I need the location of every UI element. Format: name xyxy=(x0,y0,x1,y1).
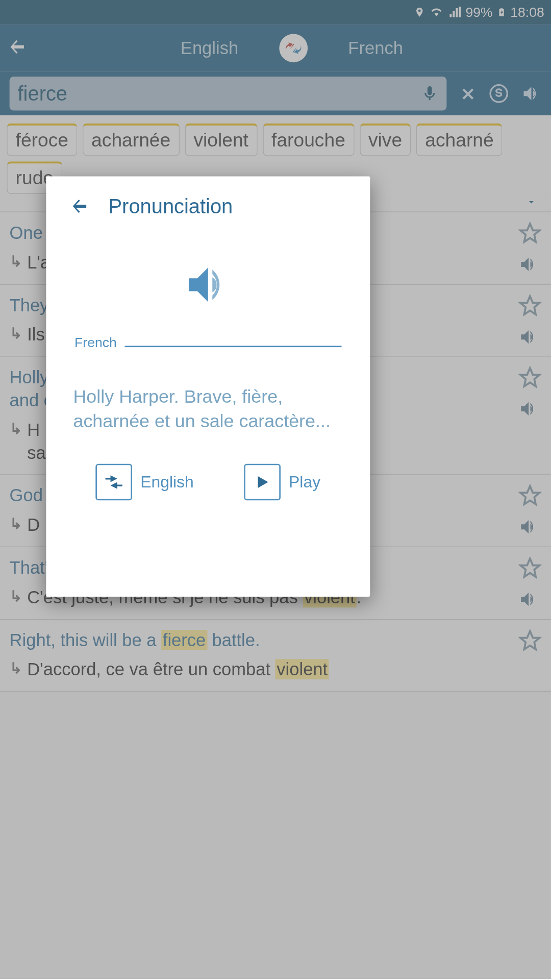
dialog-speaker-icon[interactable] xyxy=(70,259,345,310)
dialog-input-label: French xyxy=(74,335,117,351)
switch-language-label: English xyxy=(140,473,194,492)
dialog-back-icon[interactable] xyxy=(70,196,89,218)
play-label: Play xyxy=(289,473,320,492)
switch-language-button[interactable]: English xyxy=(95,463,193,500)
pronunciation-dialog: Pronunciation French Holly Harper. Brave… xyxy=(46,176,370,597)
dialog-text-input[interactable] xyxy=(125,331,342,347)
dialog-sentence: Holly Harper. Brave, fière, acharnée et … xyxy=(70,384,345,434)
dialog-title: Pronunciation xyxy=(109,195,233,218)
play-button[interactable]: Play xyxy=(244,463,320,500)
